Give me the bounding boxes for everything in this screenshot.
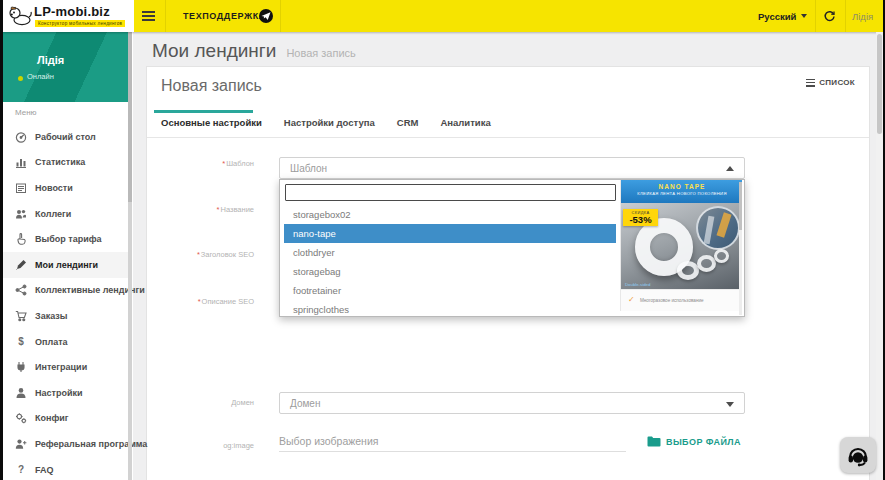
tab-access-settings[interactable]: Настройки доступа <box>284 117 375 128</box>
topbar-divider <box>845 0 846 32</box>
sidebar-item-config[interactable]: Конфиг <box>3 406 128 432</box>
template-search-input[interactable] <box>285 184 616 201</box>
support-chat-button[interactable] <box>840 437 876 473</box>
card-title: Новая запись <box>161 77 262 95</box>
telegram-icon[interactable] <box>259 9 273 23</box>
name-label: *Название <box>154 205 254 214</box>
hand-icon <box>15 233 27 245</box>
og-image-label: og:image <box>154 441 254 450</box>
tape-ring-graphic <box>714 249 729 263</box>
tab-analytics[interactable]: Аналитика <box>440 117 490 128</box>
breadcrumb: Новая запись <box>286 47 355 59</box>
sidebar-item-label: Новости <box>35 183 73 193</box>
tab-bar: Основные настройки Настройки доступа CRM… <box>161 117 491 128</box>
template-label: *Шаблон <box>154 159 254 168</box>
dropdown-option[interactable]: storagebox02 <box>284 205 616 224</box>
template-preview-image[interactable]: NANO TAPE КЛЕЙКАЯ ЛЕНТА НОВОГО ПОКОЛЕНИЯ… <box>620 180 742 311</box>
sidebar-item-faq[interactable]: ? FAQ <box>3 457 128 480</box>
dropdown-scrollbar[interactable] <box>739 182 742 315</box>
user-icon <box>15 387 27 399</box>
domain-label: Домен <box>154 398 254 407</box>
sidebar-item-statistics[interactable]: Статистика <box>3 150 128 176</box>
domain-select[interactable]: Домен <box>279 392 745 414</box>
template-select[interactable]: Шаблон <box>279 157 745 179</box>
chevron-up-icon <box>726 166 734 171</box>
folder-icon <box>647 436 661 447</box>
domain-select-placeholder: Домен <box>290 398 320 409</box>
sidebar-item-collective-landings[interactable]: Коллективные лендинги <box>3 278 128 304</box>
gears-icon <box>15 412 27 424</box>
sidebar-item-payment[interactable]: $ Оплата <box>3 329 128 355</box>
dropdown-option[interactable]: footretainer <box>284 281 616 300</box>
online-status-dot <box>18 76 23 81</box>
user-plus-icon <box>15 438 27 450</box>
tab-main-settings[interactable]: Основные настройки <box>161 117 262 128</box>
list-icon <box>806 79 815 87</box>
hamburger-menu-icon[interactable] <box>142 11 155 21</box>
og-image-field[interactable]: Выбор изображения <box>279 435 626 452</box>
sidebar-username: Лідія <box>37 54 64 66</box>
file-select-button[interactable]: ВЫБОР ФАЙЛА <box>647 436 741 447</box>
sidebar-item-integrations[interactable]: Интеграции <box>3 354 128 380</box>
check-icon: ✓ <box>628 295 635 304</box>
preview-feature-text: Многоразовое использование <box>640 298 704 303</box>
language-selector[interactable]: Русский <box>758 11 796 22</box>
share-icon <box>15 284 27 296</box>
tab-crm[interactable]: CRM <box>397 117 419 128</box>
sidebar-item-label: Статистика <box>35 157 85 167</box>
sidebar-item-label: Выбор тарифа <box>35 234 102 244</box>
refresh-icon[interactable] <box>823 9 836 27</box>
tech-support-link[interactable]: ТЕХПОДДЕРЖКА <box>183 11 266 21</box>
tape-ring-graphic <box>697 255 716 272</box>
chevron-down-icon <box>726 402 734 407</box>
brand-logo[interactable]: LP-mobi.biz Конструктор мобильных лендин… <box>3 0 134 32</box>
sidebar-item-label: Заказы <box>35 311 67 321</box>
sidebar-item-dashboard[interactable]: Рабочий стол <box>3 124 128 150</box>
preview-subtitle: КЛЕЙКАЯ ЛЕНТА НОВОГО ПОКОЛЕНИЯ <box>621 191 742 196</box>
dropdown-option[interactable]: clothdryer <box>284 243 616 262</box>
sidebar-item-label: Рабочий стол <box>35 132 96 142</box>
tab-divider <box>147 137 869 138</box>
dog-mascot-icon <box>8 5 32 27</box>
sidebar-item-label: FAQ <box>35 465 54 475</box>
topbar-divider <box>280 0 281 32</box>
seo-title-label: *Заголовок SEO <box>154 250 254 259</box>
chevron-down-icon <box>801 14 807 18</box>
page-title: Мои лендинги <box>152 40 276 62</box>
sidebar-item-news[interactable]: Новости <box>3 175 128 201</box>
topbar-username[interactable]: Лідія <box>852 11 873 22</box>
template-dropdown: storagebox02 nano-tape clothdryer storag… <box>279 179 745 317</box>
plug-icon <box>15 361 27 373</box>
dropdown-option[interactable]: springclothes <box>284 300 616 319</box>
dashboard-icon <box>15 131 27 143</box>
sidebar-item-my-landings[interactable]: Мои лендинги <box>3 252 128 278</box>
sidebar-item-colleagues[interactable]: Коллеги <box>3 201 128 227</box>
sidebar-item-tariff[interactable]: Выбор тарифа <box>3 226 128 252</box>
preview-title: NANO TAPE <box>621 183 742 190</box>
dropdown-option[interactable]: storagebag <box>284 262 616 281</box>
topbar-divider <box>815 0 816 32</box>
dropdown-option-selected[interactable]: nano-tape <box>284 224 616 243</box>
sidebar-item-settings[interactable]: Настройки <box>3 380 128 406</box>
main-scrollbar[interactable] <box>876 32 883 480</box>
dollar-icon: $ <box>15 336 27 348</box>
menu-section-label: Меню <box>15 108 37 117</box>
brand-tagline: Конструктор мобильных лендингов <box>35 20 125 27</box>
news-icon <box>15 182 27 194</box>
sidebar-item-orders[interactable]: Заказы <box>3 303 128 329</box>
sidebar-user-panel: Лідія Онлайн <box>3 32 128 102</box>
brand-title: LP-mobi.biz <box>34 4 110 19</box>
list-button-label: СПИСОК <box>819 78 855 87</box>
sidebar-menu: Рабочий стол Статистика Новости Коллеги … <box>3 124 128 480</box>
topbar-divider <box>165 0 166 32</box>
sidebar-item-label: Настройки <box>35 388 82 398</box>
seo-desc-label: *Описание SEO <box>154 297 254 306</box>
sidebar: Лідія Онлайн Меню Рабочий стол Статистик… <box>3 32 133 480</box>
template-options: storagebox02 nano-tape clothdryer storag… <box>284 205 616 319</box>
list-button[interactable]: СПИСОК <box>806 78 855 87</box>
sidebar-item-referral[interactable]: Реферальная программа <box>3 431 128 457</box>
screen-left-edge <box>0 0 3 480</box>
main-content: Мои лендинги Новая запись Новая запись С… <box>133 32 883 480</box>
preview-photo: СКИДКА -53% Double-sided <box>621 203 742 289</box>
sidebar-scrollbar[interactable] <box>128 32 132 480</box>
